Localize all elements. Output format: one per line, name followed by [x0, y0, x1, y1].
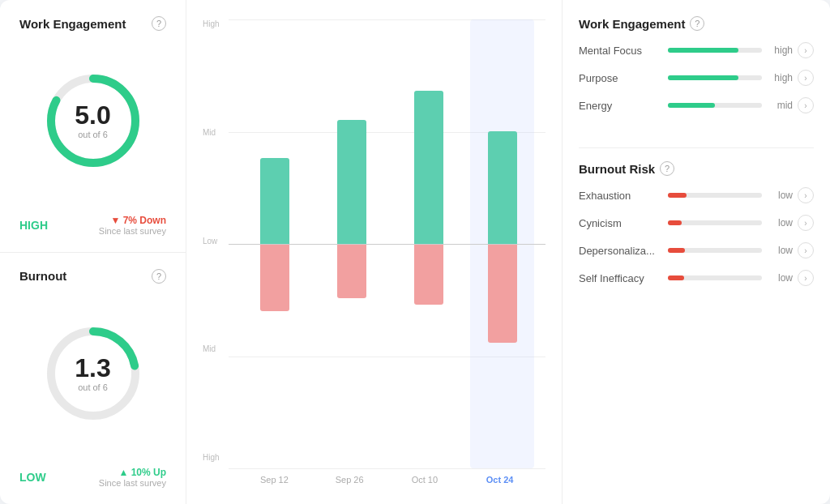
- engagement-donut: 5.0 out of 6: [41, 68, 146, 173]
- burnout-progress-container-3: [668, 275, 762, 280]
- burnout-progress-container-1: [668, 220, 762, 225]
- left-column: Work Engagement ? 5.0 out of 6 HIGH: [0, 0, 186, 504]
- burnout-donut-container: 1.3 out of 6: [19, 295, 166, 453]
- chart-plot: [229, 19, 545, 468]
- bar-group-oct10: [397, 19, 461, 468]
- chart-area: High Mid Low Mid High: [203, 19, 545, 485]
- x-label-oct24: Oct 24: [462, 475, 537, 485]
- burnout-title: Burnout: [19, 269, 66, 283]
- burnout-row-chevron-3[interactable]: ›: [798, 270, 814, 286]
- engagement-footer: HIGH ▼ 7% Down Since last survey: [19, 215, 166, 236]
- engagement-row-chevron-1[interactable]: ›: [798, 70, 814, 86]
- x-label-sep26: Sep 26: [312, 475, 387, 485]
- burnout-row-2: Depersonaliza... low ›: [579, 242, 814, 258]
- burnout-progress-fill-0: [668, 193, 687, 198]
- right-burnout-title: Burnout Risk: [579, 162, 655, 176]
- engagement-row-label-1: Purpose: [579, 72, 660, 84]
- bar-positive-sep26: [337, 120, 366, 243]
- burnout-row-chevron-1[interactable]: ›: [798, 215, 814, 231]
- burnout-row-chevron-0[interactable]: ›: [798, 187, 814, 203]
- engagement-progress-fill-1: [668, 75, 738, 80]
- burnout-help-icon[interactable]: ?: [152, 269, 166, 284]
- x-label-oct10: Oct 10: [387, 475, 463, 485]
- bar-negative-sep12: [260, 245, 289, 312]
- burnout-row-chevron-2[interactable]: ›: [798, 242, 814, 258]
- burnout-row-0: Exhaustion low ›: [579, 187, 814, 203]
- engagement-donut-container: 5.0 out of 6: [19, 42, 166, 200]
- burnout-row-label-3: Self Inefficacy: [579, 272, 660, 284]
- burnout-change-since: Since last survey: [99, 478, 166, 488]
- burnout-level: LOW: [19, 471, 46, 484]
- engagement-value: 5.0: [75, 102, 110, 128]
- right-column: Work Engagement ? Mental Focus high › Pu…: [563, 0, 830, 504]
- burnout-row-value-1: low: [770, 217, 793, 229]
- burnout-progress-fill-2: [668, 248, 685, 253]
- bar-negative-oct24: [488, 245, 517, 344]
- engagement-change-value: ▼ 7% Down: [99, 215, 166, 226]
- y-label-high-bottom: High: [203, 453, 222, 462]
- chart-x-labels: Sep 12 Sep 26 Oct 10 Oct 24: [229, 475, 545, 485]
- engagement-out-of: out of 6: [75, 130, 110, 139]
- burnout-out-of: out of 6: [75, 382, 110, 392]
- bar-negative-oct10: [414, 245, 443, 305]
- y-label-low: Low: [203, 237, 222, 246]
- burnout-donut-center: 1.3 out of 6: [75, 355, 110, 392]
- burnout-progress-fill-3: [668, 275, 684, 280]
- engagement-donut-center: 5.0 out of 6: [75, 102, 110, 139]
- bar-negative-sep26: [337, 245, 366, 298]
- engagement-row-chevron-0[interactable]: ›: [798, 42, 814, 58]
- engagement-row-value-2: mid: [770, 100, 793, 111]
- engagement-change: ▼ 7% Down Since last survey: [99, 215, 166, 236]
- bar-group-oct24[interactable]: [470, 19, 534, 468]
- right-burnout-help-icon[interactable]: ?: [660, 161, 674, 176]
- burnout-donut: 1.3 out of 6: [41, 321, 146, 426]
- burnout-row-label-2: Depersonaliza...: [579, 245, 660, 257]
- work-engagement-card: Work Engagement ? 5.0 out of 6 HIGH: [0, 0, 186, 253]
- bar-positive-oct10: [414, 91, 443, 243]
- right-burnout-header: Burnout Risk ?: [579, 161, 814, 176]
- engagement-title: Work Engagement: [19, 17, 126, 31]
- burnout-value: 1.3: [75, 355, 110, 381]
- burnout-row-label-0: Exhaustion: [579, 190, 660, 202]
- engagement-change-since: Since last survey: [99, 226, 166, 236]
- right-burnout-section: Burnout Risk ? Exhaustion low › Cynicism…: [579, 161, 814, 297]
- engagement-level: HIGH: [19, 219, 48, 232]
- burnout-row-value-0: low: [770, 190, 793, 201]
- engagement-row-label-0: Mental Focus: [579, 45, 660, 57]
- burnout-header: Burnout ?: [19, 269, 166, 284]
- bar-positive-sep12: [260, 158, 289, 243]
- engagement-progress-container-1: [668, 75, 762, 80]
- burnout-progress-container-0: [668, 193, 762, 198]
- engagement-row-1: Purpose high ›: [579, 70, 814, 86]
- engagement-row-chevron-2[interactable]: ›: [798, 97, 814, 113]
- engagement-progress-container-0: [668, 48, 762, 53]
- engagement-progress-fill-2: [668, 103, 715, 108]
- burnout-card: Burnout ? 1.3 out of 6 LOW: [0, 253, 186, 505]
- right-engagement-title: Work Engagement: [579, 17, 685, 31]
- engagement-help-icon[interactable]: ?: [152, 16, 166, 31]
- burnout-progress-fill-1: [668, 220, 682, 225]
- y-label-mid-bottom: Mid: [203, 344, 222, 353]
- dashboard: Work Engagement ? 5.0 out of 6 HIGH: [0, 0, 830, 504]
- engagement-metric-rows: Mental Focus high › Purpose high › Energ…: [579, 42, 814, 113]
- burnout-row-3: Self Inefficacy low ›: [579, 270, 814, 286]
- bar-group-sep12: [243, 19, 307, 468]
- right-engagement-help-icon[interactable]: ?: [690, 16, 704, 31]
- burnout-metric-rows: Exhaustion low › Cynicism low › Deperson…: [579, 187, 814, 286]
- burnout-progress-container-2: [668, 248, 762, 253]
- burnout-change: ▲ 10% Up Since last survey: [99, 467, 166, 488]
- engagement-row-value-1: high: [770, 72, 793, 83]
- bar-positive-oct24: [488, 131, 517, 243]
- right-engagement-header: Work Engagement ?: [579, 16, 814, 31]
- engagement-progress-container-2: [668, 103, 762, 108]
- burnout-row-value-3: low: [770, 272, 793, 284]
- burnout-row-value-2: low: [770, 245, 793, 256]
- engagement-progress-fill-0: [668, 48, 738, 53]
- engagement-row-value-0: high: [770, 45, 793, 56]
- section-divider: [579, 147, 814, 148]
- x-label-sep12: Sep 12: [237, 475, 312, 485]
- burnout-row-label-1: Cynicism: [579, 217, 660, 229]
- burnout-change-value: ▲ 10% Up: [99, 467, 166, 478]
- burnout-footer: LOW ▲ 10% Up Since last survey: [19, 467, 166, 488]
- engagement-row-0: Mental Focus high ›: [579, 42, 814, 58]
